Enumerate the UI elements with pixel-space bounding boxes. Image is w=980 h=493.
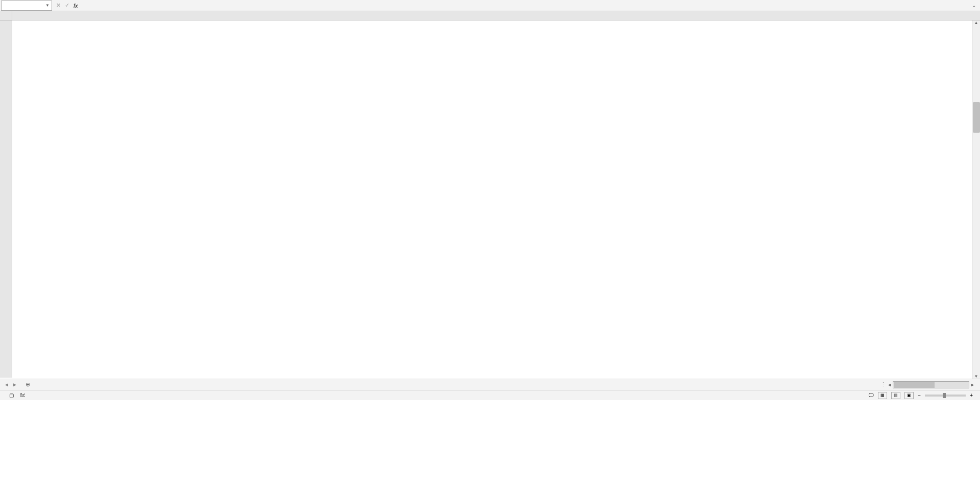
spreadsheet-grid[interactable]: ▲ ▼ [0, 11, 980, 379]
accessibility-status[interactable]: 🙵 [20, 392, 25, 398]
fx-icon[interactable]: fx [74, 3, 78, 9]
zoom-out-icon[interactable]: − [918, 392, 921, 398]
scroll-up-icon[interactable]: ▲ [972, 20, 980, 25]
scroll-thumb[interactable] [973, 102, 980, 133]
name-box[interactable]: ▼ [1, 1, 52, 11]
add-sheet-icon[interactable]: ⊕ [21, 380, 34, 389]
zoom-thumb[interactable] [943, 393, 946, 398]
tab-split-handle[interactable]: ⋮ [880, 381, 886, 388]
chevron-down-icon: ▼ [45, 3, 50, 8]
page-layout-view-icon[interactable]: ▤ [891, 392, 900, 399]
zoom-slider[interactable] [925, 395, 966, 397]
hscroll-left-icon[interactable]: ◄ [886, 382, 893, 387]
cancel-formula-icon[interactable]: ✕ [56, 2, 61, 9]
accept-formula-icon[interactable]: ✓ [65, 2, 69, 9]
scroll-down-icon[interactable]: ▼ [972, 374, 980, 379]
page-break-view-icon[interactable]: ▣ [904, 392, 914, 399]
tab-nav-first-icon[interactable]: ◄ [4, 382, 9, 387]
display-settings[interactable]: 🖵 [869, 392, 874, 398]
tab-nav-prev-icon[interactable]: ► [12, 382, 17, 387]
macro-record-icon[interactable]: ▢ [9, 392, 14, 398]
normal-view-icon[interactable]: ▦ [878, 392, 887, 399]
hscroll-thumb[interactable] [894, 382, 935, 388]
vertical-scrollbar[interactable]: ▲ ▼ [972, 20, 980, 379]
select-all-corner[interactable] [0, 11, 12, 20]
expand-formula-icon[interactable]: ⌄ [970, 3, 978, 8]
hscroll-right-icon[interactable]: ► [969, 382, 976, 387]
formula-bar[interactable] [78, 3, 970, 9]
zoom-in-icon[interactable]: + [970, 392, 973, 398]
horizontal-scrollbar[interactable] [893, 381, 969, 388]
